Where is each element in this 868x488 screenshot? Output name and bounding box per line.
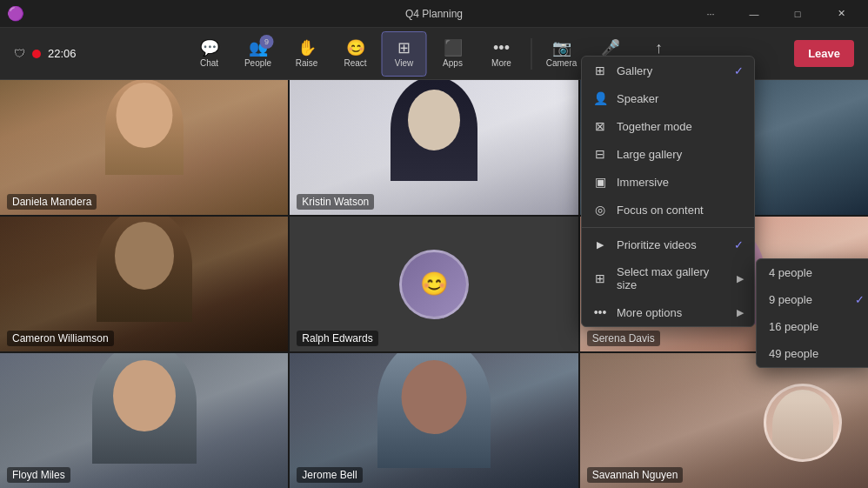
gallery-size-9[interactable]: 9 people ✓ xyxy=(757,286,868,313)
menu-item-together[interactable]: ⊠ Together mode xyxy=(582,112,754,140)
participant-name-kristin: Kristin Watson xyxy=(297,194,374,210)
focus-icon: ◎ xyxy=(592,203,608,217)
participant-name-jerome: Jerome Bell xyxy=(297,467,362,483)
participant-name-savannah: Savannah Nguyen xyxy=(587,467,684,483)
gallery-size-4[interactable]: 4 people xyxy=(757,259,868,286)
react-button[interactable]: 😊 React xyxy=(333,31,378,77)
video-cell-ralph: 😊 Ralph Edwards xyxy=(290,217,578,351)
more-options-btn[interactable]: ··· xyxy=(691,0,731,28)
avatar-image: 😊 xyxy=(420,271,448,297)
gallery-size-16[interactable]: 16 people xyxy=(757,313,868,340)
large-gallery-label: Large gallery xyxy=(617,148,744,161)
menu-item-large-gallery[interactable]: ⊟ Large gallery xyxy=(582,140,754,168)
gallery-size-16-label: 16 people xyxy=(769,320,818,333)
focus-label: Focus on content xyxy=(617,204,744,217)
people-button[interactable]: 👥 People 9 xyxy=(236,31,281,77)
recording-info: 🛡 22:06 xyxy=(14,47,77,60)
participant-name-floyd: Floyd Miles xyxy=(7,467,70,483)
menu-item-prioritize[interactable]: ▶ Prioritize videos ✓ xyxy=(582,231,754,258)
shield-icon: 🛡 xyxy=(14,47,25,60)
speaker-icon: 👤 xyxy=(592,91,608,105)
gallery-size-9-label: 9 people xyxy=(769,293,812,306)
view-label: View xyxy=(395,58,414,68)
view-icon: ⊞ xyxy=(397,40,411,56)
video-cell-cameron: Cameron Williamson xyxy=(0,217,288,351)
camera-button[interactable]: 📷 Camera xyxy=(539,31,584,77)
camera-label: Camera xyxy=(546,58,578,68)
recording-indicator xyxy=(32,50,41,58)
raise-icon: ✋ xyxy=(297,40,317,56)
menu-item-more-options[interactable]: ••• More options ▶ xyxy=(582,298,754,326)
chat-icon: 💬 xyxy=(200,40,219,56)
menu-item-immersive[interactable]: ▣ Immersive xyxy=(582,168,754,196)
gallery-size-arrow: ▶ xyxy=(737,273,744,284)
leave-button[interactable]: Leave xyxy=(794,40,854,67)
video-cell-kristin: Kristin Watson xyxy=(290,80,578,215)
video-cell-savannah: Savannah Nguyen xyxy=(580,353,868,488)
gallery-size-label: Select max gallery size xyxy=(617,265,728,291)
raise-label: Raise xyxy=(296,58,318,68)
view-button[interactable]: ⊞ View xyxy=(382,31,427,77)
together-label: Together mode xyxy=(617,120,744,133)
apps-icon: ⬛ xyxy=(444,40,463,56)
participant-name-serena: Serena Davis xyxy=(587,331,660,346)
title-bar-left: 🟣 xyxy=(7,5,24,22)
more-button[interactable]: ••• More xyxy=(479,31,524,77)
maximize-btn[interactable]: □ xyxy=(778,0,818,28)
menu-item-gallery-size[interactable]: ⊞ Select max gallery size ▶ 4 people 9 p… xyxy=(582,258,754,298)
mic-icon: 🎤 xyxy=(601,40,620,56)
apps-label: Apps xyxy=(443,58,463,68)
title-bar: 🟣 Q4 Planning ··· — □ ✕ xyxy=(0,0,868,28)
video-cell-daniela: Daniela Mandera xyxy=(0,80,288,215)
gallery-label: Gallery xyxy=(617,64,725,77)
together-icon: ⊠ xyxy=(592,119,608,133)
prioritize-check: ✓ xyxy=(734,238,744,251)
gallery-size-icon: ⊞ xyxy=(592,271,608,285)
gallery-icon: ⊞ xyxy=(592,64,608,77)
video-cell-jerome: Jerome Bell xyxy=(290,353,578,488)
divider xyxy=(531,38,532,70)
avatar-savannah xyxy=(764,384,842,462)
video-cell-floyd: Floyd Miles xyxy=(0,353,288,488)
people-label: People xyxy=(244,58,271,68)
share-icon: ↑ xyxy=(655,40,663,56)
teams-logo-icon: 🟣 xyxy=(7,5,24,22)
more-options-icon: ••• xyxy=(592,305,608,319)
react-icon: 😊 xyxy=(346,40,365,56)
chat-button[interactable]: 💬 Chat xyxy=(187,31,232,77)
participant-name-daniela: Daniela Mandera xyxy=(7,194,97,210)
large-gallery-icon: ⊟ xyxy=(592,147,608,161)
apps-button[interactable]: ⬛ Apps xyxy=(431,31,476,77)
gallery-size-49[interactable]: 49 people xyxy=(757,340,868,367)
gallery-size-9-check: ✓ xyxy=(855,293,865,306)
react-label: React xyxy=(344,58,366,68)
view-dropdown: ⊞ Gallery ✓ 👤 Speaker ⊠ Together mode ⊟ … xyxy=(581,56,755,327)
immersive-icon: ▣ xyxy=(592,175,608,189)
prioritize-icon: ▶ xyxy=(592,239,608,251)
recording-timer: 22:06 xyxy=(48,47,77,60)
gallery-size-49-label: 49 people xyxy=(769,347,818,360)
avatar-ralph: 😊 xyxy=(399,250,469,319)
minimize-btn[interactable]: — xyxy=(734,0,774,28)
menu-item-speaker[interactable]: 👤 Speaker xyxy=(582,84,754,112)
camera-icon: 📷 xyxy=(552,40,571,56)
prioritize-label: Prioritize videos xyxy=(617,238,725,251)
close-btn[interactable]: ✕ xyxy=(821,0,861,28)
immersive-label: Immersive xyxy=(617,176,744,189)
menu-divider-1 xyxy=(582,227,754,228)
more-options-arrow: ▶ xyxy=(737,307,744,318)
gallery-size-submenu: 4 people 9 people ✓ 16 people 49 people xyxy=(756,258,868,368)
people-badge: 9 xyxy=(260,35,274,49)
menu-item-focus[interactable]: ◎ Focus on content xyxy=(582,196,754,224)
chat-label: Chat xyxy=(200,58,218,68)
participant-name-cameron: Cameron Williamson xyxy=(7,331,114,346)
more-options-label: More options xyxy=(617,306,728,319)
menu-item-gallery[interactable]: ⊞ Gallery ✓ xyxy=(582,57,754,84)
window-controls: ··· — □ ✕ xyxy=(691,0,861,28)
gallery-check: ✓ xyxy=(734,64,744,77)
app-title: Q4 Planning xyxy=(405,8,463,20)
raise-button[interactable]: ✋ Raise xyxy=(284,31,330,77)
more-icon: ••• xyxy=(493,40,510,56)
more-label: More xyxy=(491,58,511,68)
gallery-size-4-label: 4 people xyxy=(769,266,812,279)
